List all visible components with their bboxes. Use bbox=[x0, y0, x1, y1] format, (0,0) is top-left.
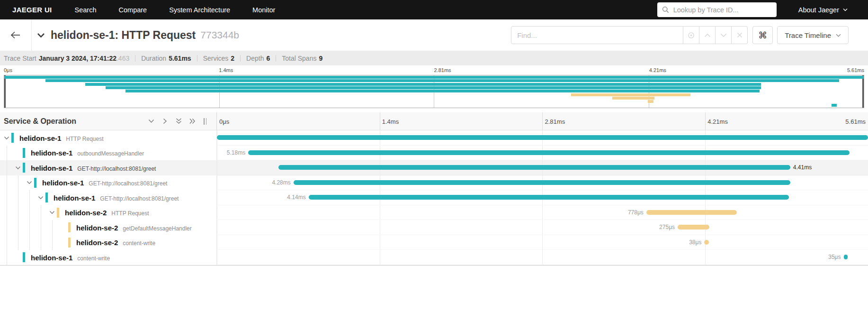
nav-item-monitor[interactable]: Monitor bbox=[252, 6, 275, 14]
range-scrubber-left[interactable] bbox=[4, 75, 6, 108]
minimap-span-bar bbox=[612, 97, 654, 100]
span-row: helidon-se-2HTTP Request778μs bbox=[0, 205, 868, 220]
span-row: helidon-se-1GET-http://localhost:8081/gr… bbox=[0, 175, 868, 191]
span-toggle-icon[interactable] bbox=[38, 196, 44, 200]
span-timeline-cell[interactable]: 778μs bbox=[217, 205, 868, 220]
span-timeline-cell[interactable] bbox=[217, 130, 868, 146]
span-row: helidon-se-1GET-http://localhost:8081/gr… bbox=[0, 160, 868, 175]
axis-tick: 4.21ms bbox=[649, 67, 666, 73]
span-timeline-cell[interactable]: 4.14ms bbox=[217, 190, 868, 205]
span-name-label: helidon-se-1GET-http://localhost:8081/gr… bbox=[54, 193, 179, 202]
span-row: helidon-se-1GET-http://localhost:8081/gr… bbox=[0, 190, 868, 205]
search-icon bbox=[662, 6, 669, 13]
tree-guide-line bbox=[41, 205, 41, 220]
span-duration-label: 4.14ms bbox=[287, 194, 305, 201]
trace-lookup-box[interactable] bbox=[657, 2, 777, 17]
nav-item-system-architecture[interactable]: System Architecture bbox=[169, 6, 230, 14]
service-color-chip bbox=[23, 163, 25, 173]
divider bbox=[197, 55, 197, 62]
span-toggle-icon[interactable] bbox=[4, 136, 9, 140]
span-name-cell[interactable]: helidon-se-1GET-http://localhost:8081/gr… bbox=[0, 175, 217, 191]
axis-tick: 5.61ms bbox=[847, 67, 864, 73]
span-toggle-icon[interactable] bbox=[27, 181, 32, 184]
span-timeline-cell[interactable]: 35μs bbox=[217, 250, 868, 265]
collapse-all-icon[interactable] bbox=[175, 118, 182, 125]
service-name: helidon-se-1 bbox=[31, 164, 72, 172]
service-operation-header: Service & Operation bbox=[0, 112, 217, 130]
span-duration-label: 35μs bbox=[828, 254, 841, 260]
services-value: 2 bbox=[231, 55, 234, 62]
operation-name: HTTP Request bbox=[66, 135, 103, 142]
find-input[interactable] bbox=[511, 26, 683, 44]
span-duration-bar[interactable] bbox=[294, 180, 790, 185]
span-duration-bar[interactable] bbox=[278, 165, 790, 170]
minimap-chart[interactable] bbox=[4, 75, 864, 108]
back-button[interactable] bbox=[0, 19, 32, 51]
next-match-button[interactable] bbox=[716, 26, 732, 44]
focus-match-button[interactable] bbox=[683, 26, 699, 44]
span-duration-bar[interactable] bbox=[248, 150, 850, 155]
span-duration-label: 5.18ms bbox=[227, 149, 245, 156]
axis-tick: 0μs bbox=[4, 67, 12, 73]
service-color-chip bbox=[11, 133, 14, 143]
service-color-chip bbox=[34, 178, 36, 188]
column-resizer[interactable] bbox=[204, 118, 206, 125]
span-row: helidon-se-2getDefaultMessageHandler275μ… bbox=[0, 220, 868, 235]
span-toggle-icon[interactable] bbox=[15, 166, 21, 170]
expand-all-icon[interactable] bbox=[189, 118, 196, 125]
trace-start-fraction: .463 bbox=[116, 55, 129, 62]
prev-match-button[interactable] bbox=[699, 26, 716, 44]
keyboard-shortcuts-button[interactable]: ⌘ bbox=[752, 26, 773, 44]
span-timeline-cell[interactable]: 38μs bbox=[217, 235, 868, 250]
tree-guide-line bbox=[18, 175, 18, 191]
trace-view-selector[interactable]: Trace Timeline bbox=[777, 26, 849, 44]
span-name-cell[interactable]: helidon-se-1GET-http://localhost:8081/gr… bbox=[0, 190, 217, 205]
about-jaeger-menu[interactable]: About Jaeger bbox=[798, 6, 848, 14]
span-timeline-cell[interactable]: 275μs bbox=[217, 220, 868, 235]
clear-find-button[interactable] bbox=[732, 26, 748, 44]
span-duration-label: 778μs bbox=[628, 209, 644, 216]
jaeger-logo[interactable]: JAEGER UI bbox=[12, 6, 52, 14]
span-timeline-cell[interactable]: 4.28ms bbox=[217, 175, 868, 191]
tree-guide-line bbox=[7, 235, 7, 250]
tree-guide-line bbox=[18, 235, 18, 250]
service-color-chip bbox=[23, 252, 25, 262]
collapse-one-icon[interactable] bbox=[148, 118, 155, 125]
services-label: Services bbox=[203, 55, 229, 62]
nav-item-compare[interactable]: Compare bbox=[119, 6, 147, 14]
expand-one-icon[interactable] bbox=[161, 118, 169, 125]
tree-guide-line bbox=[18, 205, 18, 220]
span-duration-bar[interactable] bbox=[678, 225, 709, 229]
span-timeline-cell[interactable]: 5.18ms bbox=[217, 146, 868, 161]
span-duration-label: 4.41ms bbox=[793, 164, 812, 171]
axis-tick: 5.61ms bbox=[845, 118, 866, 125]
tree-guide-line bbox=[41, 235, 41, 250]
span-name-cell[interactable]: helidon-se-1outboundMessageHandler bbox=[0, 146, 217, 161]
axis-tick: 2.81ms bbox=[545, 118, 565, 125]
span-name-cell[interactable]: helidon-se-2content-write bbox=[0, 235, 217, 250]
range-scrubber-right[interactable] bbox=[862, 75, 864, 108]
span-name-cell[interactable]: helidon-se-1HTTP Request bbox=[0, 130, 217, 146]
span-timeline-cell[interactable]: 4.41ms bbox=[217, 160, 868, 175]
span-duration-bar[interactable] bbox=[704, 240, 708, 245]
tree-guide-line bbox=[52, 235, 53, 250]
span-name-cell[interactable]: helidon-se-2getDefaultMessageHandler bbox=[0, 220, 217, 235]
service-name: helidon-se-2 bbox=[76, 239, 118, 247]
span-name-cell[interactable]: helidon-se-1GET-http://localhost:8081/gr… bbox=[0, 160, 217, 175]
nav-item-search[interactable]: Search bbox=[75, 6, 97, 14]
span-duration-bar[interactable] bbox=[309, 195, 789, 200]
tree-guide-line bbox=[41, 220, 41, 235]
axis-tick: 4.21ms bbox=[707, 118, 728, 125]
span-duration-label: 38μs bbox=[689, 239, 701, 246]
span-duration-bar[interactable] bbox=[646, 210, 737, 215]
service-name: helidon-se-1 bbox=[31, 253, 72, 261]
span-duration-bar[interactable] bbox=[217, 135, 868, 140]
collapse-trace-header-icon[interactable] bbox=[37, 33, 45, 38]
axis-tick: 2.81ms bbox=[434, 67, 451, 73]
span-toggle-icon[interactable] bbox=[49, 211, 55, 214]
span-name-cell[interactable]: helidon-se-2HTTP Request bbox=[0, 205, 217, 220]
span-name-cell[interactable]: helidon-se-1content-write bbox=[0, 250, 217, 265]
span-name-label: helidon-se-1GET-http://localhost:8081/gr… bbox=[31, 164, 156, 172]
trace-lookup-input[interactable] bbox=[672, 6, 772, 14]
span-duration-bar[interactable] bbox=[844, 255, 848, 259]
